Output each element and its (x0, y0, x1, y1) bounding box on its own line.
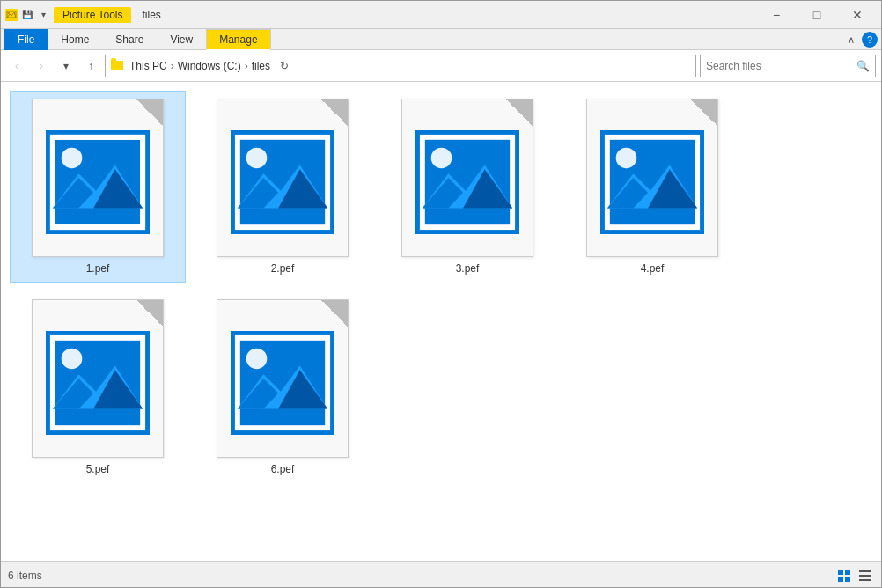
item-count: 6 items (8, 570, 42, 582)
doc-page (32, 99, 164, 257)
svg-point-33 (62, 349, 83, 370)
doc-corner (321, 300, 348, 327)
file-label: 5.pef (86, 463, 110, 475)
svg-point-39 (246, 349, 268, 370)
file-label: 2.pef (271, 262, 295, 275)
breadcrumb: This PC › Windows (C:) › files (129, 60, 270, 72)
svg-point-21 (431, 148, 452, 169)
app-icon (4, 8, 18, 22)
ribbon-chevron-icon[interactable]: ∧ (848, 34, 855, 46)
refresh-button[interactable]: ↻ (274, 55, 295, 77)
list-item[interactable]: 1.pef (10, 91, 186, 283)
close-button[interactable]: ✕ (837, 1, 878, 29)
file-icon-wrapper (32, 99, 164, 257)
image-icon (600, 130, 704, 234)
picture-tools-label: Picture Tools (54, 7, 131, 23)
search-icon: 🔍 (856, 60, 870, 72)
doc-corner (691, 99, 717, 126)
svg-rect-42 (838, 577, 843, 582)
doc-corner (136, 99, 163, 126)
svg-rect-40 (838, 570, 843, 575)
title-bar-left: 💾 ▾ Picture Tools files (4, 7, 161, 23)
svg-rect-43 (845, 577, 850, 582)
image-icon (46, 130, 150, 234)
forward-button[interactable]: › (31, 55, 52, 77)
file-icon-wrapper (586, 99, 718, 257)
list-item[interactable]: 5.pef (10, 291, 186, 483)
list-item[interactable]: 4.pef (564, 91, 740, 283)
svg-rect-41 (845, 570, 850, 575)
nav-bar: ‹ › ▾ ↑ This PC › Windows (C:) › files ↻… (1, 50, 881, 82)
image-icon (46, 331, 150, 435)
svg-point-27 (616, 148, 637, 169)
status-right (835, 567, 874, 584)
minimize-button[interactable]: − (756, 1, 797, 29)
doc-page (32, 299, 164, 458)
back-button[interactable]: ‹ (6, 55, 27, 77)
file-grid: 1.pef (1, 82, 881, 561)
quick-access-toolbar: 💾 ▾ (4, 8, 50, 22)
main-area: 1.pef (1, 82, 881, 561)
file-label: 3.pef (456, 262, 480, 275)
file-icon-wrapper (401, 99, 533, 257)
image-icon (415, 130, 519, 234)
tab-home[interactable]: Home (48, 29, 102, 50)
svg-point-15 (246, 148, 268, 169)
tab-share[interactable]: Share (102, 29, 157, 50)
svg-rect-44 (859, 570, 871, 572)
file-icon-wrapper (217, 99, 349, 257)
tab-manage[interactable]: Manage (206, 29, 270, 50)
recent-dropdown-button[interactable]: ▾ (55, 55, 77, 77)
doc-page (586, 99, 718, 257)
address-bar[interactable]: This PC › Windows (C:) › files ↻ (105, 55, 696, 77)
file-label: 6.pef (271, 463, 295, 475)
view-grid-button[interactable] (835, 567, 853, 584)
file-label: 4.pef (641, 262, 665, 275)
tab-view[interactable]: View (157, 29, 206, 50)
help-button[interactable]: ? (862, 32, 878, 48)
image-icon (231, 130, 334, 234)
breadcrumb-windows[interactable]: Windows (C:) (178, 60, 241, 72)
svg-point-2 (8, 12, 10, 14)
window-controls: − □ ✕ (756, 1, 878, 29)
doc-page (401, 99, 533, 257)
breadcrumb-sep1: › (171, 60, 174, 72)
breadcrumb-folder[interactable]: files (252, 60, 270, 72)
doc-page (217, 299, 349, 458)
breadcrumb-this-pc[interactable]: This PC (129, 60, 167, 72)
list-item[interactable]: 2.pef (195, 91, 371, 283)
title-bar: 💾 ▾ Picture Tools files − □ ✕ (1, 1, 881, 29)
status-bar: 6 items (1, 561, 881, 588)
tab-file[interactable]: File (4, 29, 48, 50)
view-list-button[interactable] (856, 567, 874, 584)
list-item[interactable]: 6.pef (195, 291, 371, 483)
doc-page (217, 99, 349, 257)
doc-corner (321, 99, 348, 126)
list-item[interactable]: 3.pef (379, 91, 555, 283)
svg-rect-45 (859, 575, 871, 577)
svg-point-9 (62, 148, 83, 169)
window-title: files (142, 9, 160, 21)
breadcrumb-sep2: › (245, 60, 248, 72)
qat-dropdown-icon[interactable]: ▾ (36, 8, 50, 22)
doc-corner (136, 300, 163, 327)
ribbon-tabs: File Home Share View Manage ∧ ? (1, 29, 881, 50)
maximize-button[interactable]: □ (797, 1, 837, 29)
folder-icon (111, 61, 123, 70)
doc-corner (506, 99, 533, 126)
image-icon (231, 331, 334, 435)
file-label: 1.pef (86, 262, 110, 275)
search-box[interactable]: 🔍 (700, 55, 876, 77)
file-icon-wrapper (32, 299, 164, 458)
file-icon-wrapper (217, 299, 349, 458)
svg-rect-46 (859, 579, 871, 581)
search-input[interactable] (706, 60, 853, 72)
up-button[interactable]: ↑ (80, 55, 101, 77)
qat-save-icon[interactable]: 💾 (20, 8, 34, 22)
